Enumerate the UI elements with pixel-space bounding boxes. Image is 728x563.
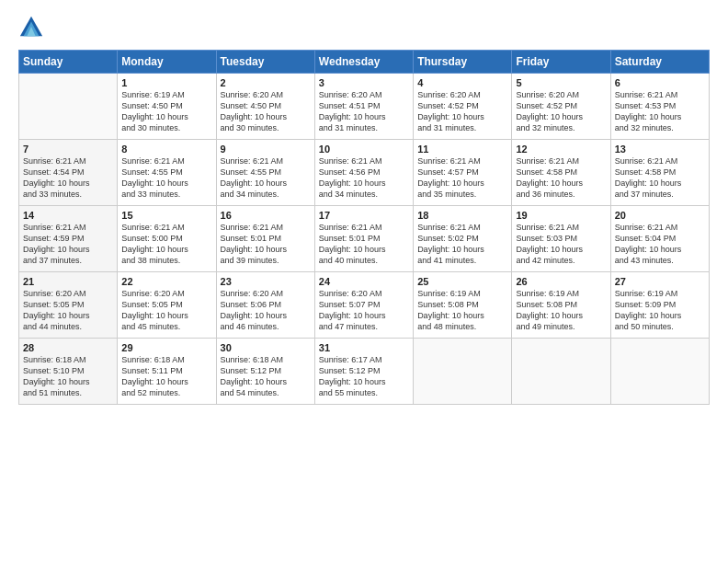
column-header-thursday: Thursday — [414, 51, 512, 74]
day-cell: 15Sunrise: 6:21 AM Sunset: 5:00 PM Dayli… — [118, 206, 216, 272]
day-info: Sunrise: 6:21 AM Sunset: 4:56 PM Dayligh… — [319, 155, 409, 201]
week-row-5: 28Sunrise: 6:18 AM Sunset: 5:10 PM Dayli… — [19, 339, 710, 405]
day-cell: 4Sunrise: 6:20 AM Sunset: 4:52 PM Daylig… — [414, 74, 512, 140]
day-info: Sunrise: 6:21 AM Sunset: 4:59 PM Dayligh… — [23, 222, 113, 267]
day-info: Sunrise: 6:20 AM Sunset: 4:51 PM Dayligh… — [319, 89, 409, 134]
day-cell — [610, 339, 709, 405]
day-cell: 18Sunrise: 6:21 AM Sunset: 5:02 PM Dayli… — [414, 206, 512, 272]
page: SundayMondayTuesdayWednesdayThursdayFrid… — [0, 0, 728, 414]
day-info: Sunrise: 6:21 AM Sunset: 4:55 PM Dayligh… — [221, 155, 311, 201]
week-row-1: 1Sunrise: 6:19 AM Sunset: 4:50 PM Daylig… — [19, 74, 710, 140]
day-cell: 13Sunrise: 6:21 AM Sunset: 4:58 PM Dayli… — [610, 140, 709, 206]
header — [18, 15, 710, 40]
day-cell — [19, 74, 118, 140]
day-cell: 2Sunrise: 6:20 AM Sunset: 4:50 PM Daylig… — [216, 74, 314, 140]
day-info: Sunrise: 6:20 AM Sunset: 5:06 PM Dayligh… — [221, 288, 311, 333]
day-cell: 22Sunrise: 6:20 AM Sunset: 5:05 PM Dayli… — [118, 272, 216, 339]
column-header-wednesday: Wednesday — [314, 51, 413, 74]
day-info: Sunrise: 6:17 AM Sunset: 5:12 PM Dayligh… — [319, 354, 409, 399]
day-info: Sunrise: 6:19 AM Sunset: 5:09 PM Dayligh… — [615, 288, 705, 333]
day-info: Sunrise: 6:19 AM Sunset: 5:08 PM Dayligh… — [417, 288, 507, 333]
day-info: Sunrise: 6:21 AM Sunset: 4:58 PM Dayligh… — [516, 155, 606, 201]
column-header-saturday: Saturday — [610, 51, 709, 74]
day-number: 18 — [417, 210, 507, 221]
week-row-3: 14Sunrise: 6:21 AM Sunset: 4:59 PM Dayli… — [19, 206, 710, 272]
day-cell: 14Sunrise: 6:21 AM Sunset: 4:59 PM Dayli… — [19, 206, 118, 272]
day-number: 22 — [121, 276, 211, 287]
day-number: 9 — [221, 144, 311, 155]
day-info: Sunrise: 6:21 AM Sunset: 5:02 PM Dayligh… — [417, 222, 507, 267]
day-number: 26 — [516, 276, 606, 287]
day-info: Sunrise: 6:20 AM Sunset: 4:52 PM Dayligh… — [417, 89, 507, 134]
day-number: 31 — [319, 342, 409, 353]
day-number: 2 — [221, 77, 311, 88]
week-row-2: 7Sunrise: 6:21 AM Sunset: 4:54 PM Daylig… — [19, 140, 710, 206]
day-info: Sunrise: 6:21 AM Sunset: 4:58 PM Dayligh… — [615, 155, 705, 201]
day-info: Sunrise: 6:21 AM Sunset: 5:01 PM Dayligh… — [221, 222, 311, 267]
day-number: 28 — [23, 342, 113, 353]
day-cell: 20Sunrise: 6:21 AM Sunset: 5:04 PM Dayli… — [610, 206, 709, 272]
day-cell: 30Sunrise: 6:18 AM Sunset: 5:12 PM Dayli… — [216, 339, 314, 405]
day-info: Sunrise: 6:21 AM Sunset: 4:54 PM Dayligh… — [23, 155, 113, 201]
day-info: Sunrise: 6:21 AM Sunset: 5:04 PM Dayligh… — [615, 222, 705, 267]
day-number: 27 — [615, 276, 705, 287]
day-info: Sunrise: 6:19 AM Sunset: 5:08 PM Dayligh… — [516, 288, 606, 333]
day-number: 6 — [615, 77, 705, 88]
day-cell: 21Sunrise: 6:20 AM Sunset: 5:05 PM Dayli… — [19, 272, 118, 339]
day-info: Sunrise: 6:21 AM Sunset: 4:57 PM Dayligh… — [417, 155, 507, 201]
day-cell: 3Sunrise: 6:20 AM Sunset: 4:51 PM Daylig… — [314, 74, 413, 140]
day-number: 23 — [221, 276, 311, 287]
day-number: 11 — [417, 144, 507, 155]
day-cell: 8Sunrise: 6:21 AM Sunset: 4:55 PM Daylig… — [118, 140, 216, 206]
day-number: 24 — [319, 276, 409, 287]
day-info: Sunrise: 6:18 AM Sunset: 5:11 PM Dayligh… — [121, 354, 211, 399]
day-cell: 12Sunrise: 6:21 AM Sunset: 4:58 PM Dayli… — [512, 140, 610, 206]
day-info: Sunrise: 6:20 AM Sunset: 5:07 PM Dayligh… — [319, 288, 409, 333]
day-cell: 5Sunrise: 6:20 AM Sunset: 4:52 PM Daylig… — [512, 74, 610, 140]
logo — [18, 15, 48, 40]
day-info: Sunrise: 6:21 AM Sunset: 4:53 PM Dayligh… — [615, 89, 705, 134]
logo-icon — [18, 15, 44, 40]
day-info: Sunrise: 6:20 AM Sunset: 5:05 PM Dayligh… — [23, 288, 113, 333]
day-cell: 9Sunrise: 6:21 AM Sunset: 4:55 PM Daylig… — [216, 140, 314, 206]
day-cell: 1Sunrise: 6:19 AM Sunset: 4:50 PM Daylig… — [118, 74, 216, 140]
day-number: 15 — [121, 210, 211, 221]
column-header-tuesday: Tuesday — [216, 51, 314, 74]
day-cell: 24Sunrise: 6:20 AM Sunset: 5:07 PM Dayli… — [314, 272, 413, 339]
column-header-sunday: Sunday — [19, 51, 118, 74]
day-info: Sunrise: 6:19 AM Sunset: 4:50 PM Dayligh… — [121, 89, 211, 134]
day-cell: 25Sunrise: 6:19 AM Sunset: 5:08 PM Dayli… — [414, 272, 512, 339]
day-cell: 11Sunrise: 6:21 AM Sunset: 4:57 PM Dayli… — [414, 140, 512, 206]
day-info: Sunrise: 6:21 AM Sunset: 4:55 PM Dayligh… — [121, 155, 211, 201]
day-info: Sunrise: 6:21 AM Sunset: 5:01 PM Dayligh… — [319, 222, 409, 267]
day-cell: 28Sunrise: 6:18 AM Sunset: 5:10 PM Dayli… — [19, 339, 118, 405]
day-cell — [512, 339, 610, 405]
day-number: 25 — [417, 276, 507, 287]
day-number: 29 — [121, 342, 211, 353]
day-info: Sunrise: 6:18 AM Sunset: 5:12 PM Dayligh… — [221, 354, 311, 399]
column-header-monday: Monday — [118, 51, 216, 74]
day-number: 5 — [516, 77, 606, 88]
day-info: Sunrise: 6:20 AM Sunset: 4:52 PM Dayligh… — [516, 89, 606, 134]
header-row: SundayMondayTuesdayWednesdayThursdayFrid… — [19, 51, 710, 74]
day-info: Sunrise: 6:20 AM Sunset: 5:05 PM Dayligh… — [121, 288, 211, 333]
day-number: 21 — [23, 276, 113, 287]
day-number: 14 — [23, 210, 113, 221]
day-number: 4 — [417, 77, 507, 88]
day-number: 7 — [23, 144, 113, 155]
day-cell: 19Sunrise: 6:21 AM Sunset: 5:03 PM Dayli… — [512, 206, 610, 272]
day-cell: 29Sunrise: 6:18 AM Sunset: 5:11 PM Dayli… — [118, 339, 216, 405]
day-info: Sunrise: 6:20 AM Sunset: 4:50 PM Dayligh… — [221, 89, 311, 134]
day-number: 17 — [319, 210, 409, 221]
day-info: Sunrise: 6:21 AM Sunset: 5:00 PM Dayligh… — [121, 222, 211, 267]
day-cell: 6Sunrise: 6:21 AM Sunset: 4:53 PM Daylig… — [610, 74, 709, 140]
day-number: 12 — [516, 144, 606, 155]
week-row-4: 21Sunrise: 6:20 AM Sunset: 5:05 PM Dayli… — [19, 272, 710, 339]
day-cell: 31Sunrise: 6:17 AM Sunset: 5:12 PM Dayli… — [314, 339, 413, 405]
day-cell: 17Sunrise: 6:21 AM Sunset: 5:01 PM Dayli… — [314, 206, 413, 272]
day-cell: 27Sunrise: 6:19 AM Sunset: 5:09 PM Dayli… — [610, 272, 709, 339]
day-cell: 26Sunrise: 6:19 AM Sunset: 5:08 PM Dayli… — [512, 272, 610, 339]
day-number: 30 — [221, 342, 311, 353]
day-info: Sunrise: 6:21 AM Sunset: 5:03 PM Dayligh… — [516, 222, 606, 267]
day-cell: 7Sunrise: 6:21 AM Sunset: 4:54 PM Daylig… — [19, 140, 118, 206]
